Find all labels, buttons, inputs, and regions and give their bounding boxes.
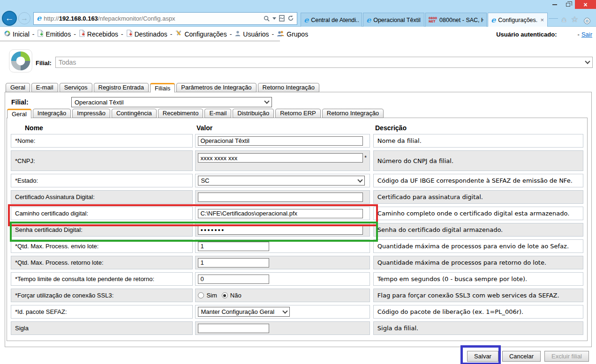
save-button[interactable]: Salvar [467, 351, 498, 362]
browser-tab[interactable]: eOperacional Têxtil [363, 13, 424, 27]
row-label: *Id. pacote SEFAZ: [11, 305, 193, 319]
filial-bar-select[interactable]: Todas [55, 57, 593, 68]
menu-item-configuracoes[interactable]: Configurações [175, 30, 226, 38]
refresh-icon[interactable] [287, 15, 294, 22]
home-icon[interactable]: ⌂ [561, 13, 566, 27]
app-logo-icon [4, 30, 11, 38]
table-row: *Nome:Nome da filial. [11, 134, 583, 148]
row-label: *Qtd. Max. Process. retorno lote: [11, 256, 193, 269]
table-row: *CNPJ:*Número do CNPJ da filial. [11, 150, 583, 171]
subtab-continge-ncia[interactable]: Contingência [112, 109, 157, 118]
filial-select[interactable]: Operacional Têxtil [71, 97, 272, 107]
row-description: Flag para forçar conexão SSL3 com web se… [373, 289, 583, 302]
row-label: *Estado: [11, 174, 193, 187]
row-description: Código da UF IBGE correspondente à SEFAZ… [373, 174, 583, 187]
subtab-integrac-a-o[interactable]: Integração [33, 109, 71, 118]
tab-close-icon[interactable]: × [540, 16, 544, 23]
cancel-button[interactable]: Cancelar [502, 351, 541, 362]
ie-favicon-icon: e [304, 16, 309, 24]
required-marker: * [364, 155, 367, 161]
subtab-recebimento[interactable]: Recebimento [158, 109, 204, 118]
password-input[interactable] [198, 225, 363, 235]
doc-red-arrow-icon [126, 30, 133, 38]
chevron-down-icon [283, 308, 288, 313]
tab-geral[interactable]: Geral [6, 83, 30, 92]
text-input[interactable] [198, 242, 269, 251]
filial-select-value: Operacional Têxtil [75, 99, 124, 106]
menu-item-recebidos[interactable]: Recebidos [79, 30, 118, 38]
search-icon[interactable] [264, 15, 270, 22]
select-input[interactable]: SC [198, 176, 365, 186]
new-tab-stub[interactable] [549, 18, 558, 19]
menu-item-usuarios[interactable]: Usuários [234, 30, 269, 38]
text-input[interactable] [198, 136, 363, 146]
text-input[interactable] [198, 324, 269, 333]
row-value-cell: * [195, 150, 370, 171]
menu-separator: - [32, 30, 35, 38]
text-input[interactable] [198, 193, 363, 202]
subtab-distribuic-a-o[interactable]: Distribuição [233, 109, 274, 118]
row-value-cell [195, 321, 370, 335]
select-input[interactable]: Manter Configuração Geral [198, 307, 290, 317]
delete-filial-button[interactable]: Excluir filial [544, 351, 589, 362]
row-value-cell: SC [195, 174, 370, 187]
row-description: Senha do certificado digital armazenado. [373, 223, 583, 237]
authenticated-user-label: Usuário autenticado: [496, 31, 557, 38]
logout-link[interactable]: Sair [581, 31, 592, 38]
select-value: SC [201, 177, 209, 184]
filial-bar-value: Todas [59, 59, 76, 66]
table-row: Certificado Assinatura Digital:Certifica… [11, 190, 583, 204]
menu-separator: - [170, 30, 173, 38]
action-buttons: Salvar Cancelar Excluir filial [467, 351, 589, 362]
subtab-retorno-integrac-a-o[interactable]: Retorno Integração [322, 109, 384, 118]
ie-favicon-icon: e [491, 16, 496, 24]
radio-sim[interactable] [198, 292, 204, 298]
tab-para-metros-de-integrac-a-o[interactable]: Parâmetros de Integração [176, 83, 256, 92]
favorites-star-icon[interactable]: ☆ [571, 13, 578, 27]
subtab-geral[interactable]: Geral [7, 109, 31, 119]
tab-retorno-integrac-a-o[interactable]: Retorno Integração [258, 83, 319, 92]
subtab-retorno-erp[interactable]: Retorno ERP [275, 109, 321, 118]
settings-gear-icon[interactable] [583, 17, 591, 25]
text-input[interactable] [198, 275, 269, 284]
text-input[interactable] [198, 258, 269, 267]
table-row: *Qtd. Max. Process. retorno lote:Quantid… [11, 256, 583, 269]
compatibility-page-icon[interactable] [279, 15, 285, 22]
radio-group: SimNão [198, 292, 245, 299]
close-button[interactable]: × [575, 0, 596, 9]
address-bar[interactable]: e http://192.168.0.163/nfepackmonitor/Co… [33, 12, 297, 25]
table-row: Senha certificado Digital:Senha do certi… [11, 223, 583, 237]
row-value-cell [195, 223, 370, 237]
menu-item-emitidos[interactable]: Emitidos [37, 30, 71, 38]
tab-servic-os[interactable]: Serviços [60, 83, 92, 92]
restore-button[interactable] [561, 0, 575, 9]
tab-title: Configurações... [498, 17, 537, 23]
filial-select-label: Filial: [11, 98, 29, 106]
tab-e-mail[interactable]: E-mail [31, 83, 58, 92]
menu-separator: - [230, 30, 232, 38]
back-arrow-icon: ← [5, 13, 14, 23]
menu-item-destinados[interactable]: Destinados [126, 30, 167, 38]
forward-button[interactable]: → [18, 12, 30, 24]
text-input[interactable] [198, 209, 363, 218]
row-label: *Tempo limite de consulta lote pendente … [11, 272, 193, 286]
menu-item-grupos[interactable]: Grupos [277, 30, 308, 38]
browser-tab[interactable]: eCentral de Atendi... [301, 13, 362, 27]
menu-item-inicial[interactable]: Inicial [4, 30, 30, 38]
minimize-button[interactable] [548, 0, 561, 9]
radio-nao[interactable] [222, 292, 228, 298]
row-value-cell [195, 256, 370, 269]
back-button[interactable]: ← [2, 11, 17, 26]
url-text[interactable]: http://192.168.0.163/nfepackmonitor/Conf… [44, 15, 264, 22]
browser-tab[interactable]: 0800NET0800net - SAC, He... [425, 13, 487, 27]
subtab-impressa-o[interactable]: Impressão [72, 109, 110, 118]
tab-filiais[interactable]: Filiais [150, 83, 175, 93]
search-dropdown-icon[interactable] [272, 17, 276, 20]
browser-tab[interactable]: eConfigurações...× [488, 13, 548, 27]
table-row: *Id. pacote SEFAZ:Manter Configuração Ge… [11, 305, 583, 319]
tab-registro-entrada[interactable]: Registro Entrada [94, 83, 149, 92]
0800net-favicon-icon: 0800NET [429, 17, 437, 23]
logout-separator: - [578, 31, 580, 38]
subtab-e-mail[interactable]: E-mail [204, 109, 231, 118]
text-input[interactable] [198, 153, 363, 163]
